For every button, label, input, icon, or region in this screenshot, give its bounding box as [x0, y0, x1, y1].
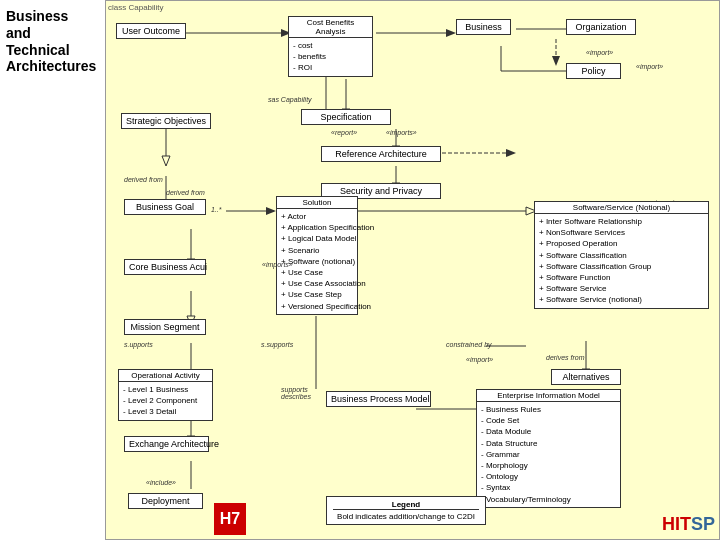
hitsp-sp: SP [691, 514, 715, 534]
enterprise-info-items: - Business Rules - Code Set - Data Modul… [477, 402, 620, 507]
exchange-architecture-box: Exchange Architecture [124, 436, 209, 452]
constrained-by-label: constrained by [446, 341, 492, 348]
reference-architecture-box: Reference Architecture [321, 146, 441, 162]
software-service-items: + Inter Software Relationship + NonSoftw… [535, 214, 708, 308]
import-stereotype-3: «report» [331, 129, 357, 136]
import-stereotype-7: «imports» [262, 261, 293, 268]
derives-from-label: derives from [546, 354, 585, 361]
organization-box: Organization [566, 19, 636, 35]
svg-marker-3 [446, 29, 456, 37]
supports-label-2: s.supports [261, 341, 293, 348]
import-stereotype-2: «import» [636, 63, 663, 70]
user-outcome-box: User Outcome [116, 23, 186, 39]
operational-activity-title: Operational Activity [119, 370, 212, 382]
svg-marker-18 [266, 207, 276, 215]
legend-title: Legend [333, 500, 479, 510]
specification-box: Specification [301, 109, 391, 125]
hitsp-t: T [680, 514, 691, 534]
derived-from-label-2: derived from [166, 189, 205, 196]
solution-box: Solution + Actor + Application Specifica… [276, 196, 358, 315]
enterprise-info-model-box: Enterprise Information Model - Business … [476, 389, 621, 508]
include-stereotype: «include» [146, 479, 176, 486]
import-stereotype-8: «import» [466, 356, 493, 363]
business-box: Business [456, 19, 511, 35]
operational-activity-box: Operational Activity - Level 1 Business … [118, 369, 213, 421]
deployment-box: Deployment [128, 493, 203, 509]
software-service-box: Software/Service (Notional) + Inter Soft… [534, 201, 709, 309]
business-goal-box: Business Goal [124, 199, 206, 215]
business-process-model-box: Business Process Model [326, 391, 431, 407]
strategic-objectives-box: Strategic Objectives [121, 113, 211, 129]
hitsp-logo: HITSP [662, 514, 715, 535]
import-stereotype-4: «imports» [386, 129, 417, 136]
policy-box: Policy [566, 63, 621, 79]
supports-label-1: s.upports [124, 341, 153, 348]
hitsp-hi: HI [662, 514, 680, 534]
h7-logo: H7 [214, 503, 246, 535]
mission-segment-box: Mission Segment [124, 319, 206, 335]
sas-capability-label: sas Capability [268, 96, 312, 103]
multiplicity-label: 1..* [211, 206, 222, 213]
sidebar-title: Business and Technical Architectures [6, 8, 99, 75]
import-stereotype-1: «import» [586, 49, 613, 56]
cost-benefits-items: - cost - benefits - ROI [289, 38, 372, 76]
legend-box: Legend Bold indicates addition/change to… [326, 496, 486, 525]
derived-from-label: derived from [124, 176, 163, 183]
core-business-box: Core Business Acui [124, 259, 206, 275]
svg-marker-15 [162, 156, 170, 166]
cost-benefits-box: Cost BenefitsAnalysis - cost - benefits … [288, 16, 373, 77]
svg-marker-37 [552, 56, 560, 66]
operational-items: - Level 1 Business - Level 2 Component -… [119, 382, 212, 420]
diagram-container: Business and Technical Architectures cla… [0, 0, 720, 540]
sidebar: Business and Technical Architectures [0, 0, 105, 540]
legend-text: Bold indicates addition/change to C2DI [333, 512, 479, 521]
software-service-title: Software/Service (Notional) [535, 202, 708, 214]
class-capability-label: class Capability [108, 3, 164, 12]
supports-describes-label: supportsdescribes [281, 386, 311, 400]
alternatives-box: Alternatives [551, 369, 621, 385]
solution-title: Solution [277, 197, 357, 209]
svg-marker-35 [506, 149, 516, 157]
cost-benefits-title: Cost BenefitsAnalysis [289, 17, 372, 38]
main-diagram: class Capability [105, 0, 720, 540]
enterprise-info-title: Enterprise Information Model [477, 390, 620, 402]
